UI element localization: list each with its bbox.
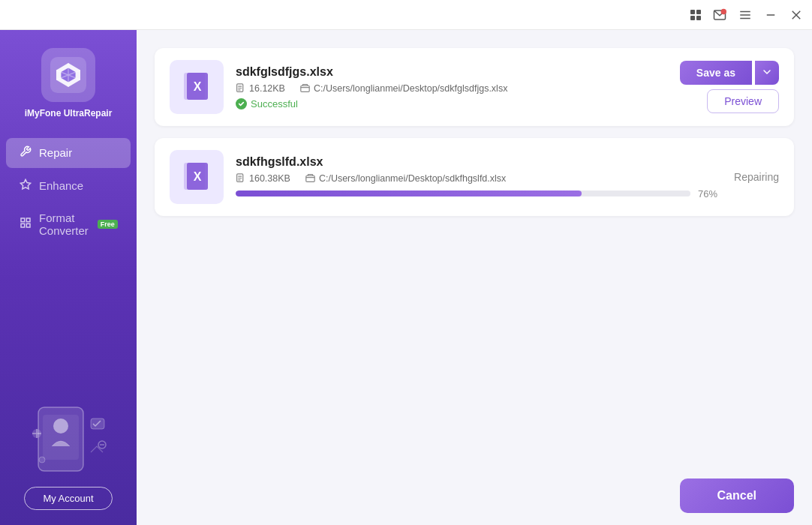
file-size-1: 16.12KB bbox=[236, 83, 285, 94]
enhance-icon bbox=[20, 178, 32, 194]
sidebar-format-label: Format Converter bbox=[39, 212, 89, 237]
svg-marker-9 bbox=[20, 179, 30, 189]
svg-rect-13 bbox=[21, 224, 25, 227]
my-account-button[interactable]: My Account bbox=[24, 487, 112, 510]
file-path-1: C:/Users/longlianmei/Desktop/sdkfglsdfjg… bbox=[300, 83, 507, 94]
preview-button[interactable]: Preview bbox=[707, 89, 779, 113]
file-card-1: X sdkfglsdfjgs.xlsx 16.12KB C:/Users/lon… bbox=[155, 48, 794, 126]
file-name-2: sdkfhgslfd.xlsx bbox=[236, 155, 722, 169]
svg-text:X: X bbox=[194, 80, 202, 93]
save-as-dropdown-button[interactable] bbox=[755, 61, 779, 85]
repair-icon bbox=[20, 146, 32, 160]
mail-icon[interactable] bbox=[713, 8, 726, 22]
app-name: iMyFone UltraRepair bbox=[25, 108, 113, 120]
file-list: X sdkfglsdfjgs.xlsx 16.12KB C:/Users/lon… bbox=[155, 48, 794, 216]
format-converter-icon bbox=[20, 217, 32, 232]
progress-bar-bg bbox=[236, 190, 690, 196]
file-name-1: sdkfglsdfjgs.xlsx bbox=[236, 65, 668, 79]
sidebar-illustration bbox=[16, 392, 121, 475]
svg-point-1 bbox=[721, 8, 727, 14]
cancel-button[interactable]: Cancel bbox=[680, 478, 794, 513]
sidebar-item-enhance[interactable]: Enhance bbox=[6, 171, 131, 201]
main-content: X sdkfglsdfjgs.xlsx 16.12KB C:/Users/lon… bbox=[137, 30, 812, 525]
svg-rect-11 bbox=[26, 218, 30, 222]
app-logo bbox=[41, 48, 95, 102]
main-footer: Cancel bbox=[155, 470, 794, 513]
repairing-status: Repairing bbox=[734, 171, 779, 183]
svg-text:X: X bbox=[194, 170, 202, 183]
svg-rect-12 bbox=[26, 224, 30, 227]
sidebar-bottom: My Account bbox=[0, 392, 137, 525]
sidebar-item-format-converter[interactable]: Format Converter Free bbox=[6, 204, 131, 244]
file-progress-row: 76% bbox=[236, 188, 722, 200]
file-status-1: Successful bbox=[236, 98, 668, 110]
file-size-2: 160.38KB bbox=[236, 173, 290, 184]
minimize-button[interactable] bbox=[764, 8, 777, 22]
file-card-2: X sdkfhgslfd.xlsx 160.38KB C:/Users/long… bbox=[155, 138, 794, 216]
title-bar bbox=[0, 0, 812, 30]
svg-point-20 bbox=[39, 457, 45, 463]
file-info-1: sdkfglsdfjgs.xlsx 16.12KB C:/Users/longl… bbox=[236, 65, 668, 110]
save-as-button[interactable]: Save as bbox=[680, 61, 752, 85]
menu-icon[interactable] bbox=[738, 8, 752, 22]
progress-bar-fill bbox=[236, 190, 582, 196]
grid-icon[interactable] bbox=[690, 10, 701, 20]
file-actions-1: Save as Preview bbox=[680, 61, 779, 113]
save-as-row: Save as bbox=[680, 61, 779, 85]
file-path-2: C:/Users/longlianmei/Desktop/sdkfhgslfd.… bbox=[305, 173, 506, 184]
sidebar-item-repair[interactable]: Repair bbox=[6, 138, 131, 168]
free-badge: Free bbox=[98, 220, 118, 229]
file-meta-1: 16.12KB C:/Users/longlianmei/Desktop/sdk… bbox=[236, 83, 668, 94]
sidebar-nav: Repair Enhance Format Converter Free bbox=[0, 138, 137, 244]
progress-percent: 76% bbox=[698, 188, 722, 200]
file-info-2: sdkfhgslfd.xlsx 160.38KB C:/Users/longli… bbox=[236, 155, 722, 200]
close-button[interactable] bbox=[789, 8, 803, 22]
file-thumbnail-2: X bbox=[170, 150, 224, 204]
sidebar: iMyFone UltraRepair Repair Enhance Forma… bbox=[0, 30, 137, 525]
svg-rect-33 bbox=[306, 176, 314, 182]
file-actions-2: Repairing bbox=[734, 171, 779, 183]
svg-point-16 bbox=[53, 418, 68, 434]
sidebar-repair-label: Repair bbox=[39, 146, 72, 159]
svg-rect-10 bbox=[21, 218, 25, 222]
app-body: iMyFone UltraRepair Repair Enhance Forma… bbox=[0, 30, 812, 525]
file-thumbnail-1: X bbox=[170, 60, 224, 114]
sidebar-enhance-label: Enhance bbox=[39, 179, 83, 192]
svg-rect-26 bbox=[301, 86, 309, 92]
file-meta-2: 160.38KB C:/Users/longlianmei/Desktop/sd… bbox=[236, 173, 722, 184]
